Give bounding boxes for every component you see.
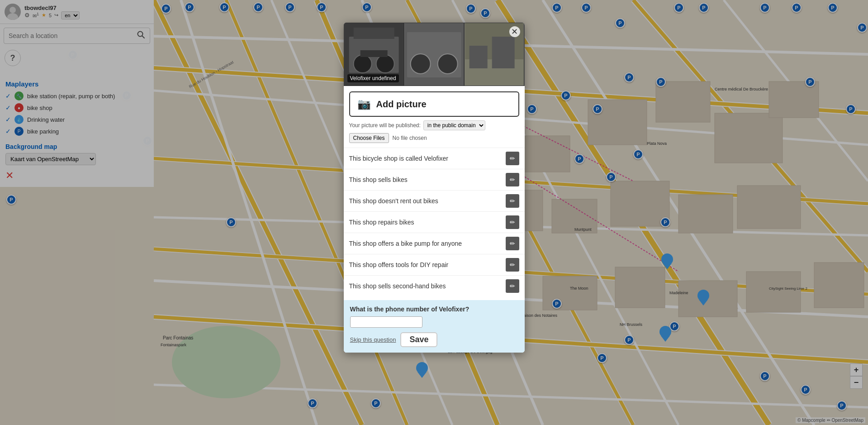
add-picture-label: Add picture	[376, 99, 427, 110]
phone-question-label: What is the phone number of Velofixer?	[350, 306, 518, 313]
svg-point-99	[353, 55, 371, 73]
file-input-row: Choose Files No file chosen	[344, 133, 525, 148]
svg-rect-101	[360, 50, 387, 57]
fact-item-name: This bicycle shop is called Velofixer ✏	[344, 148, 525, 169]
add-picture-button[interactable]: 📷 Add picture	[349, 91, 519, 117]
edit-fact-name[interactable]: ✏	[506, 152, 519, 165]
svg-point-105	[437, 54, 457, 74]
choose-files-button[interactable]: Choose Files	[349, 133, 389, 143]
svg-rect-98	[353, 28, 394, 39]
fact-text-secondhand: This shop sells second-hand bikes	[349, 282, 501, 290]
facts-list: This bicycle shop is called Velofixer ✏ …	[344, 148, 525, 296]
phone-input[interactable]	[350, 316, 422, 328]
edit-fact-pump[interactable]: ✏	[506, 237, 519, 250]
fact-item-secondhand: This shop sells second-hand bikes ✏	[344, 275, 525, 296]
publish-prefix: Your picture will be published:	[349, 122, 421, 129]
shop-photos: Velofixer undefined	[344, 23, 525, 86]
svg-point-100	[376, 55, 394, 73]
publish-select[interactable]: in the public domain under CC-BY-SA unde…	[423, 120, 485, 130]
svg-point-104	[410, 54, 430, 74]
modal-body: 📷 Add picture Your picture will be publi…	[344, 86, 525, 353]
fact-item-sells: This shop sells bikes ✏	[344, 169, 525, 190]
edit-fact-tools[interactable]: ✏	[506, 258, 519, 272]
photo-cell-2	[404, 23, 464, 86]
svg-rect-108	[470, 46, 488, 68]
fact-text-repairs: This shop repairs bikes	[349, 219, 501, 226]
fact-text-tools: This shop offers tools for DIY repair	[349, 261, 501, 268]
shop-modal: ✕	[344, 23, 525, 353]
camera-icon: 📷	[357, 98, 371, 110]
fact-item-pump: This shop offers a bike pump for anyone …	[344, 233, 525, 254]
modal-overlay: ✕	[0, 0, 868, 425]
edit-fact-repairs[interactable]: ✏	[506, 215, 519, 229]
edit-fact-sells[interactable]: ✏	[506, 173, 519, 186]
edit-fact-secondhand[interactable]: ✏	[506, 279, 519, 293]
no-file-text: No file chosen	[393, 135, 427, 141]
fact-item-repairs: This shop repairs bikes ✏	[344, 211, 525, 233]
fact-item-tools: This shop offers tools for DIY repair ✏	[344, 254, 525, 275]
shop-photo-label: Velofixer undefined	[347, 74, 399, 82]
phone-question-section: What is the phone number of Velofixer? S…	[344, 300, 525, 353]
fact-item-no-rent: This shop doesn't rent out bikes ✏	[344, 190, 525, 211]
skip-question-button[interactable]: Skip this question	[350, 336, 396, 343]
fact-text-name: This bicycle shop is called Velofixer	[349, 155, 501, 162]
save-button[interactable]: Save	[400, 332, 437, 347]
modal-close-button[interactable]: ✕	[509, 26, 520, 37]
edit-fact-no-rent[interactable]: ✏	[506, 194, 519, 208]
publish-row: Your picture will be published: in the p…	[344, 120, 525, 133]
phone-actions: Skip this question Save	[350, 332, 518, 347]
fact-text-sells: This shop sells bikes	[349, 176, 501, 183]
svg-rect-109	[492, 37, 515, 68]
fact-text-no-rent: This shop doesn't rent out bikes	[349, 197, 501, 205]
fact-text-pump: This shop offers a bike pump for anyone	[349, 240, 501, 247]
